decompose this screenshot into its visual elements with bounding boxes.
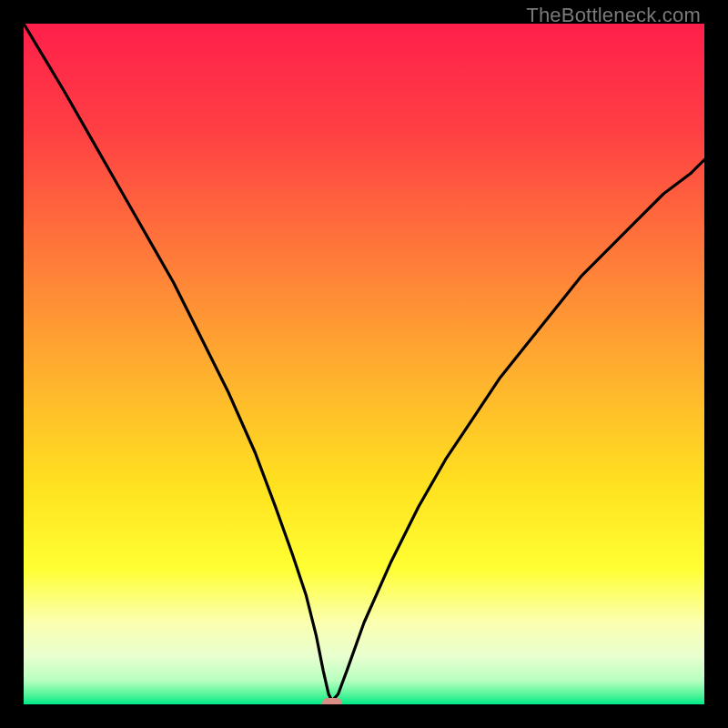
plot-area <box>24 24 704 704</box>
optimum-marker <box>322 698 342 705</box>
chart-frame: TheBottleneck.com <box>0 0 728 728</box>
bottleneck-curve <box>24 24 704 704</box>
